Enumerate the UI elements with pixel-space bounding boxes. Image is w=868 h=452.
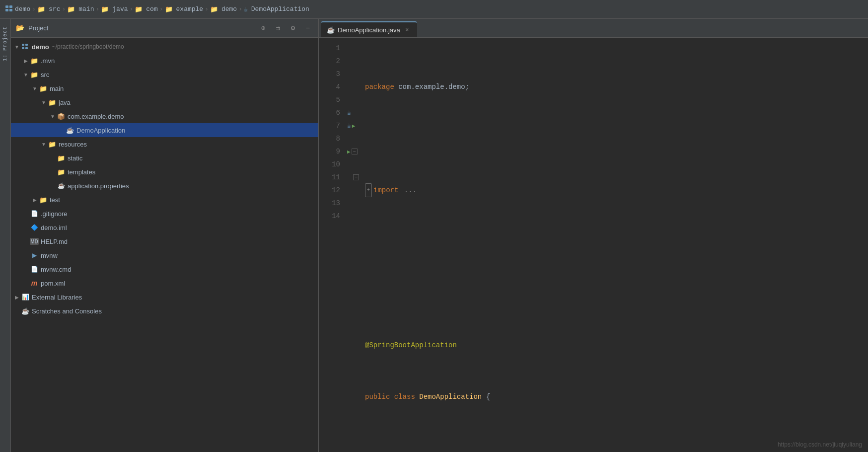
gutter-line-7[interactable]: ☕ ▶ xyxy=(347,119,362,132)
project-panel-icon: 📂 xyxy=(16,24,24,32)
tree-label-package: com.example.demo xyxy=(68,113,124,120)
code-line-6: @SpringBootApplication xyxy=(365,339,868,352)
line-num-1: 1 xyxy=(323,42,340,55)
tree-item-test[interactable]: ▶ 📁 test xyxy=(11,193,318,207)
tree-item-app-properties[interactable]: ▶ ☕ application.properties xyxy=(11,179,318,193)
tree-item-package[interactable]: ▼ 📦 com.example.demo xyxy=(11,109,318,123)
tree-item-static[interactable]: ▶ 📁 static xyxy=(11,151,318,165)
token-package: package xyxy=(365,80,398,93)
bc-com-label: com xyxy=(146,5,157,13)
bc-example-label: example xyxy=(176,5,204,13)
bc-sep-3: › xyxy=(95,5,99,13)
fold-box-import[interactable]: + xyxy=(365,183,372,197)
tree-item-external-libs[interactable]: ▶ 📊 External Libraries xyxy=(11,290,318,304)
file-icon-gitignore: 📄 xyxy=(30,209,39,218)
tree-item-gitignore[interactable]: ▶ 📄 .gitignore xyxy=(11,207,318,221)
tree-label-properties: application.properties xyxy=(68,182,129,190)
editor-panel: ☕ DemoApplication.java × 1 2 3 4 5 6 7 8… xyxy=(319,19,868,452)
gutter-line-11[interactable]: − xyxy=(353,171,361,184)
tree-item-demo-root[interactable]: ▼ demo ~/practice/springboot/demo xyxy=(11,40,318,54)
gutter: ☕ ☕ ▶ ▶ − − xyxy=(346,42,363,448)
svg-rect-1 xyxy=(9,5,12,8)
tree-item-java[interactable]: ▼ 📁 java xyxy=(11,95,318,109)
line-num-9: 9 xyxy=(323,145,340,158)
bc-sep-1: › xyxy=(32,5,36,13)
tree-label-mvn: .mvn xyxy=(41,57,55,65)
tree-label-java: java xyxy=(59,99,71,106)
java-class-icon: ☕ xyxy=(66,126,74,135)
external-libs-icon: 📊 xyxy=(21,293,30,301)
side-strip-label: 1: Project xyxy=(2,26,8,61)
tree-arrow-demo: ▼ xyxy=(13,43,21,51)
side-strip: 1: Project xyxy=(0,19,11,452)
tree-item-pom-xml[interactable]: ▶ m pom.xml xyxy=(11,276,318,290)
settings-button[interactable]: ⚙ xyxy=(288,23,298,34)
line-numbers: 1 2 3 4 5 6 7 8 9 10 11 12 13 14 xyxy=(319,42,346,448)
code-area[interactable]: 1 2 3 4 5 6 7 8 9 10 11 12 13 14 ☕ xyxy=(319,38,868,452)
watermark-text: https://blog.csdn.net/jiuqiyuliang xyxy=(778,441,862,448)
project-tree: ▼ demo ~/practice/springboot/demo ▶ 📁 .m… xyxy=(11,38,318,452)
folder-icon-5: 📁 xyxy=(165,5,173,13)
package-icon: 📦 xyxy=(57,112,66,121)
gutter-fold-11[interactable]: − xyxy=(353,174,359,180)
tree-item-templates[interactable]: ▶ 📁 templates xyxy=(11,165,318,179)
bc-sep-6: › xyxy=(205,5,209,13)
bc-sep-4: › xyxy=(130,5,134,13)
tree-label-scratches: Scratches and Consoles xyxy=(32,307,102,315)
token-annotation: @SpringBootApplication xyxy=(365,339,457,352)
code-content[interactable]: package com.example.demo; + import ... xyxy=(363,42,868,448)
tree-item-resources[interactable]: ▼ 📁 resources xyxy=(11,137,318,151)
tree-item-main[interactable]: ▼ 📁 main xyxy=(11,81,318,95)
main-layout: 1: Project 📂 Project ⊕ ⇉ ⚙ − ▼ demo ~/pr… xyxy=(0,19,868,452)
breadcrumb-java: 📁 java xyxy=(101,5,128,13)
tree-label-resources: resources xyxy=(59,141,87,148)
folder-icon-test: 📁 xyxy=(39,195,48,204)
close-panel-button[interactable]: − xyxy=(302,23,313,34)
gutter-line-9[interactable]: ▶ − xyxy=(347,145,362,158)
bc-sep-2: › xyxy=(62,5,66,13)
gutter-icon-run-7[interactable]: ▶ xyxy=(352,123,356,129)
bc-demo2-label: demo xyxy=(221,5,237,13)
gutter-fold-9[interactable]: − xyxy=(352,149,358,154)
folder-icon-mvn: 📁 xyxy=(30,56,39,65)
tree-item-src[interactable]: ▼ 📁 src xyxy=(11,68,318,81)
gutter-icon-run-9[interactable]: ▶ xyxy=(347,149,351,155)
project-icon xyxy=(5,4,13,14)
tree-label-src: src xyxy=(41,71,49,78)
bc-class-label: DemoApplication xyxy=(251,5,309,13)
tree-item-demo-iml[interactable]: ▶ 🔷 demo.iml xyxy=(11,221,318,234)
bc-src-label: src xyxy=(49,5,60,13)
code-line-1: package com.example.demo; xyxy=(365,80,868,93)
token-public-7: public xyxy=(365,390,394,403)
tree-label-demo-iml: demo.iml xyxy=(41,224,67,231)
line-num-2: 2 xyxy=(323,55,340,68)
code-line-4 xyxy=(365,235,868,248)
tree-item-mvn[interactable]: ▶ 📁 .mvn xyxy=(11,54,318,68)
tree-label-help-md: HELP.md xyxy=(41,238,68,245)
token-package-name: com.example.demo; xyxy=(398,80,469,93)
line-num-3: 3 xyxy=(323,68,340,80)
tree-item-scratches[interactable]: ▶ ☕ Scratches and Consoles xyxy=(11,304,318,318)
line-num-4: 4 xyxy=(323,80,340,93)
tree-item-mvnw[interactable]: ▶ ▶ mvnw xyxy=(11,248,318,262)
folder-icon-main: 📁 xyxy=(39,84,48,93)
collapse-all-button[interactable]: ⇉ xyxy=(273,23,284,34)
tab-demo-application[interactable]: ☕ DemoApplication.java × xyxy=(321,21,417,37)
tree-item-demo-app[interactable]: ▶ ☕ DemoApplication xyxy=(11,123,318,137)
add-content-button[interactable]: ⊕ xyxy=(258,23,269,34)
bc-main-label: main xyxy=(78,5,94,13)
token-brace-open-7: { xyxy=(482,390,490,403)
breadcrumb-example: 📁 example xyxy=(165,5,204,13)
gutter-icon-bookmark-7: ☕ xyxy=(347,122,351,130)
cmd-icon-mvnw: 📄 xyxy=(30,265,39,274)
line-num-14: 14 xyxy=(323,210,340,223)
folder-icon-3: 📁 xyxy=(101,5,109,13)
tree-item-help-md[interactable]: ▶ MD HELP.md xyxy=(11,234,318,248)
tab-close-button[interactable]: × xyxy=(403,26,411,34)
tree-item-mvnw-cmd[interactable]: ▶ 📄 mvnw.cmd xyxy=(11,262,318,276)
md-icon: MD xyxy=(30,238,39,245)
tree-arrow-external: ▶ xyxy=(13,293,21,301)
tree-label-templates: templates xyxy=(68,168,95,176)
code-line-2 xyxy=(365,132,868,145)
line-num-8: 8 xyxy=(323,132,340,145)
